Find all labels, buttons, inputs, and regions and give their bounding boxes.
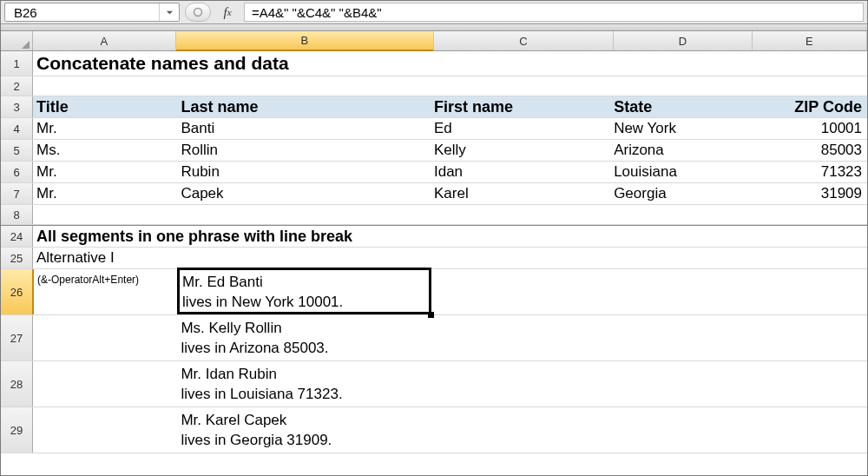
cell-B3[interactable]: Last name [177,96,431,117]
col-header-D[interactable]: D [614,31,752,50]
row-header-26[interactable]: 26 [1,269,34,314]
column-header-row: A B C D E [1,31,867,51]
cell-D26[interactable] [611,269,750,314]
row-header-3[interactable]: 3 [1,96,33,117]
row-28: 28 Mr. Idan Rubin lives in Louisiana 713… [1,361,867,407]
cell-C7[interactable]: Karel [431,183,610,204]
cell-C3[interactable]: First name [431,96,610,117]
cell-C27[interactable] [431,315,610,360]
row-29: 29 Mr. Karel Capek lives in Georgia 3190… [1,407,867,453]
cell-C29[interactable] [431,407,610,453]
cell-B7[interactable]: Capek [177,183,431,204]
col-header-C[interactable]: C [434,31,615,50]
cell-D5[interactable]: Arizona [610,140,750,161]
row-4: 4 Mr. Banti Ed New York 10001 [1,118,867,140]
cancel-enter-pill[interactable] [185,3,211,22]
col-header-B[interactable]: B [176,31,434,51]
col-header-A[interactable]: A [33,31,176,50]
cell-E26[interactable] [750,269,867,314]
row-header-6[interactable]: 6 [1,162,33,182]
cell-A5[interactable]: Ms. [33,140,177,161]
cell-D7[interactable]: Georgia [610,183,750,204]
cell-A27[interactable] [33,315,177,360]
cell-E5[interactable]: 85003 [750,140,867,161]
cell-E6[interactable]: 71323 [750,162,867,182]
row-header-2[interactable]: 2 [1,76,33,96]
cell-C28[interactable] [431,361,610,407]
row-25: 25 Alternative I [1,248,867,269]
row-header-25[interactable]: 25 [1,248,33,268]
row-header-4[interactable]: 4 [1,118,33,139]
row-27: 27 Ms. Kelly Rollin lives in Arizona 850… [1,315,867,361]
formula-text: =A4&" "&C4&" "&B4&" [252,5,382,20]
row-3: 3 Title Last name First name State ZIP C… [1,96,867,118]
svg-point-0 [194,9,202,17]
row-7: 7 Mr. Capek Karel Georgia 31909 [1,183,867,205]
cell-B6[interactable]: Rubin [177,162,431,182]
cell-B26[interactable]: Mr. Ed Banti lives in New York 10001. [179,269,431,314]
cell-D6[interactable]: Louisiana [610,162,750,182]
cell-B5[interactable]: Rollin [177,140,431,161]
row-24: 24 All segments in one phrase with line … [1,225,867,248]
cell-E4[interactable]: 10001 [750,118,867,139]
row-26: 26 (&-OperatorAlt+Enter) Mr. Ed Banti li… [1,269,867,315]
cell-A25[interactable]: Alternative I [33,248,867,268]
cell-D29[interactable] [610,407,750,453]
cell-A7[interactable]: Mr. [33,183,177,204]
cell-B28[interactable]: Mr. Idan Rubin lives in Louisiana 71323. [177,361,431,407]
cell-C6[interactable]: Idan [431,162,610,182]
cell-C5[interactable]: Kelly [431,140,610,161]
row-header-24[interactable]: 24 [1,226,33,247]
cell-B27[interactable]: Ms. Kelly Rollin lives in Arizona 85003. [177,315,431,360]
cell-D4[interactable]: New York [610,118,750,139]
formula-bar-row: B26 fx =A4&" "&C4&" "&B4&" [1,1,867,24]
cell-B29[interactable]: Mr. Karel Capek lives in Georgia 31909. [177,407,431,453]
row-5: 5 Ms. Rollin Kelly Arizona 85003 [1,140,867,162]
name-box-value: B26 [5,5,159,20]
cell-E29[interactable] [750,407,867,453]
cell-A2[interactable] [33,76,867,96]
row-6: 6 Mr. Rubin Idan Louisiana 71323 [1,162,867,183]
row-header-29[interactable]: 29 [1,407,33,453]
insert-function-button[interactable]: fx [211,1,244,23]
row-1: 1 Concatenate names and data [1,51,867,76]
cell-C4[interactable]: Ed [431,118,610,139]
cell-A4[interactable]: Mr. [33,118,177,139]
cell-A28[interactable] [33,361,177,407]
spreadsheet-window: B26 fx =A4&" "&C4&" "&B4&" A B C D E 1 C… [0,0,868,476]
cell-C26[interactable] [431,269,611,314]
row-header-1[interactable]: 1 [1,51,33,76]
cell-D27[interactable] [610,315,750,360]
cell-A8[interactable] [33,205,867,224]
cell-A3[interactable]: Title [33,96,177,117]
cell-E28[interactable] [750,361,867,407]
row-header-28[interactable]: 28 [1,361,33,407]
grid-body: 1 Concatenate names and data 2 3 Title L… [1,51,867,475]
cell-A26[interactable]: (&-OperatorAlt+Enter) [34,269,179,314]
cell-B4[interactable]: Banti [177,118,431,139]
cell-A24[interactable]: All segments in one phrase with line bre… [33,226,867,247]
cell-A29[interactable] [33,407,177,453]
row-header-5[interactable]: 5 [1,140,33,161]
cell-D28[interactable] [610,361,750,407]
col-header-E[interactable]: E [753,31,867,50]
row-2: 2 [1,76,867,96]
cell-E3[interactable]: ZIP Code [750,96,867,117]
row-header-8[interactable]: 8 [1,205,33,224]
select-all-corner[interactable] [1,31,33,50]
cell-D3[interactable]: State [610,96,750,117]
cell-E27[interactable] [750,315,867,360]
ribbon-edge [1,24,867,31]
name-box-dropdown-icon[interactable] [159,3,179,21]
name-box[interactable]: B26 [4,3,180,22]
formula-input[interactable]: =A4&" "&C4&" "&B4&" [244,3,864,22]
row-8: 8 [1,205,867,225]
cell-A1[interactable]: Concatenate names and data [33,51,867,76]
cell-E7[interactable]: 31909 [750,183,867,204]
cell-A6[interactable]: Mr. [33,162,177,182]
row-header-27[interactable]: 27 [1,315,33,360]
row-header-7[interactable]: 7 [1,183,33,204]
